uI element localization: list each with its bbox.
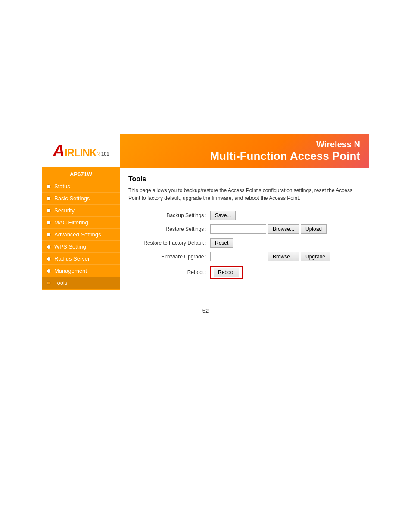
logo-num: 101: [101, 151, 109, 156]
sidebar-item-wps-setting[interactable]: WPS Setting: [42, 241, 120, 253]
sidebar-label-radius-server: Radius Server: [54, 255, 90, 262]
factory-row: Restore to Factory Default : Reset: [137, 238, 360, 248]
header-banner: Wireless N Multi-Function Access Point: [120, 134, 369, 168]
sidebar-item-advanced-settings[interactable]: Advanced Settings: [42, 229, 120, 241]
banner-line2: Multi-Function Access Point: [210, 149, 360, 163]
sidebar-label-management: Management: [54, 268, 87, 274]
factory-controls: Reset: [210, 238, 233, 248]
restore-label: Restore Settings :: [137, 226, 210, 232]
sidebar-item-mac-filtering[interactable]: MAC Filtering: [42, 217, 120, 229]
restore-row: Restore Settings : Browse... Upload: [137, 224, 360, 234]
sidebar-item-tools[interactable]: Tools: [42, 277, 120, 289]
logo: A IRLINK ® 101: [42, 134, 120, 168]
sidebar-model: AP671W: [42, 168, 120, 180]
tools-form: Backup Settings : Save... Restore Settin…: [137, 211, 360, 279]
reboot-highlight: Reboot: [210, 266, 243, 279]
firmware-browse-button[interactable]: Browse...: [268, 252, 299, 261]
logo-a: A: [53, 143, 65, 159]
sidebar-bullet-basic-settings: [47, 196, 51, 201]
reboot-button[interactable]: Reboot: [214, 268, 239, 277]
restore-upload-button[interactable]: Upload: [301, 224, 327, 234]
page-footer: 52: [202, 308, 209, 314]
restore-input[interactable]: [210, 224, 266, 234]
sidebar-bullet-advanced-settings: [47, 233, 51, 237]
sidebar-bullet-management: [47, 269, 51, 273]
sidebar-item-security[interactable]: Security: [42, 205, 120, 217]
sidebar-bullet-status: [47, 184, 51, 189]
sidebar-label-tools: Tools: [54, 280, 67, 286]
sidebar-label-advanced-settings: Advanced Settings: [54, 231, 101, 238]
page-description: This page allows you to backup/restore t…: [128, 187, 360, 202]
sidebar-bullet-tools: [47, 281, 51, 285]
backup-label: Backup Settings :: [137, 212, 210, 218]
reboot-controls: Reboot: [210, 266, 243, 279]
reboot-row: Reboot : Reboot: [137, 266, 360, 279]
backup-row: Backup Settings : Save...: [137, 211, 360, 220]
banner-line1: Wireless N: [316, 140, 360, 149]
sidebar-label-security: Security: [54, 207, 75, 214]
firmware-label: Firmware Upgrade :: [137, 254, 210, 260]
firmware-upgrade-button[interactable]: Upgrade: [301, 252, 330, 261]
restore-browse-button[interactable]: Browse...: [268, 224, 299, 234]
sidebar: AP671W Status Basic Settings Security MA…: [42, 168, 120, 290]
firmware-input[interactable]: [210, 252, 266, 261]
sidebar-bullet-security: [47, 208, 51, 213]
backup-controls: Save...: [210, 211, 236, 220]
firmware-row: Firmware Upgrade : Browse... Upgrade: [137, 252, 360, 261]
sidebar-bullet-wps-setting: [47, 245, 51, 249]
restore-controls: Browse... Upload: [210, 224, 327, 234]
sidebar-item-basic-settings[interactable]: Basic Settings: [42, 193, 120, 205]
logo-irlink: IRLINK: [65, 147, 97, 159]
sidebar-label-wps-setting: WPS Setting: [54, 243, 86, 250]
sidebar-label-basic-settings: Basic Settings: [54, 195, 90, 202]
backup-save-button[interactable]: Save...: [210, 211, 236, 220]
logo-star: ®: [97, 152, 100, 158]
sidebar-item-radius-server[interactable]: Radius Server: [42, 253, 120, 265]
main-content: Tools This page allows you to backup/res…: [120, 168, 369, 290]
sidebar-label-status: Status: [54, 183, 70, 190]
page-number: 52: [202, 308, 209, 314]
page-title: Tools: [128, 175, 360, 183]
firmware-controls: Browse... Upgrade: [210, 252, 330, 261]
reboot-label: Reboot :: [137, 269, 210, 275]
factory-label: Restore to Factory Default :: [137, 240, 210, 246]
sidebar-item-status[interactable]: Status: [42, 180, 120, 193]
sidebar-label-mac-filtering: MAC Filtering: [54, 219, 88, 226]
sidebar-item-management[interactable]: Management: [42, 265, 120, 277]
sidebar-bullet-radius-server: [47, 257, 51, 261]
sidebar-bullet-mac-filtering: [47, 221, 51, 225]
factory-reset-button[interactable]: Reset: [210, 238, 233, 248]
